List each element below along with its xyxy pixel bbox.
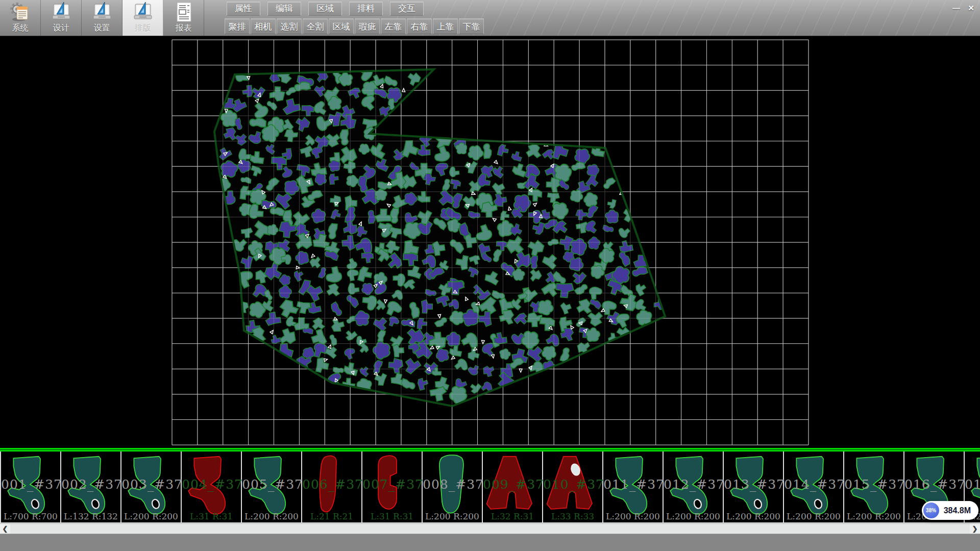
- menu-tab-region[interactable]: 区域: [308, 2, 342, 16]
- part-thumbnail[interactable]: 010_#37L:33 R:33: [543, 452, 603, 522]
- toolbar-button-report[interactable]: 报表: [163, 0, 204, 36]
- part-thumbnail[interactable]: 012_#37L:200 R:200: [664, 452, 724, 522]
- toolbar-button-settings[interactable]: 设置: [82, 0, 122, 36]
- toolbar-button-system[interactable]: 系统: [0, 0, 41, 36]
- part-id-label: 009_#37: [483, 477, 542, 492]
- gear-icon: [9, 1, 32, 23]
- scroll-right-arrow-icon[interactable]: ❯: [970, 524, 980, 534]
- tool-button-align-right[interactable]: 右靠: [407, 18, 432, 34]
- main-toolbar-buttons: 系统设计设置排版报表: [0, 0, 204, 36]
- part-id-label: 013_#37: [724, 477, 783, 492]
- tool-button-align-top[interactable]: 上靠: [433, 18, 458, 34]
- part-lr-count: L:700 R:700: [1, 511, 60, 521]
- tool-button-select-cut[interactable]: 选割: [277, 18, 302, 34]
- toolbar-button-label: 排版: [135, 23, 151, 33]
- part-id-label: 010_#37: [543, 477, 602, 492]
- tool-button-cluster-nest[interactable]: 聚排: [225, 18, 250, 34]
- tool-button-full-cut[interactable]: 全割: [303, 18, 328, 34]
- part-thumbnail[interactable]: 011_#37L:200 R:200: [603, 452, 664, 522]
- menu-tab-row: 属性编辑区域排料交互: [227, 2, 431, 16]
- memory-value: 384.8M: [944, 506, 971, 515]
- canvas-svg: [0, 36, 980, 448]
- part-lr-count: L:200 R:200: [242, 511, 301, 521]
- tool-button-defect[interactable]: 瑕疵: [355, 18, 380, 34]
- part-lr-count: L:132 R:132: [61, 511, 120, 521]
- part-lr-count: L:200 R:200: [603, 511, 663, 521]
- part-id-label: 014_#37: [784, 477, 843, 492]
- tool-button-align-left[interactable]: 左靠: [381, 18, 406, 34]
- nesting-canvas[interactable]: [0, 36, 980, 448]
- part-id-label: 017_#37: [965, 477, 980, 492]
- progress-circle: 38%: [923, 503, 939, 518]
- report-icon: [173, 1, 195, 23]
- scrollbar-track[interactable]: [10, 524, 970, 534]
- part-thumbnail[interactable]: 015_#37L:200 R:200: [844, 452, 904, 522]
- scroll-left-arrow-icon[interactable]: ❮: [0, 524, 10, 534]
- part-id-label: 004_#37: [182, 477, 241, 492]
- filmstrip-top-border: [0, 448, 980, 452]
- part-thumbnail[interactable]: 002_#37L:132 R:132: [61, 452, 121, 522]
- part-thumbnail[interactable]: 004_#37L:31 R:31: [182, 452, 242, 522]
- part-lr-count: L:31 R:31: [182, 511, 241, 521]
- tool-button-region[interactable]: 区域: [329, 18, 354, 34]
- part-id-label: 008_#37: [423, 477, 482, 492]
- part-id-label: 007_#37: [362, 477, 422, 492]
- design-ruler-icon: [91, 1, 113, 23]
- menu-tab-interact[interactable]: 交互: [390, 2, 424, 16]
- part-thumbnail[interactable]: 001_#37L:700 R:700: [1, 452, 61, 522]
- toolbar-button-design[interactable]: 设计: [41, 0, 82, 36]
- menu-tab-edit[interactable]: 编辑: [267, 2, 301, 16]
- part-id-label: 003_#37: [121, 477, 181, 492]
- toolbar-button-nesting[interactable]: 排版: [122, 0, 163, 36]
- part-lr-count: L:200 R:200: [844, 511, 903, 521]
- window-controls: — ✕: [948, 3, 978, 13]
- part-thumbnail[interactable]: 007_#37L:31 R:31: [362, 452, 423, 522]
- app-window: 系统设计设置排版报表 属性编辑区域排料交互 聚排相机选割全割区域瑕疵左靠右靠上靠…: [0, 0, 980, 551]
- tool-button-align-bottom[interactable]: 下靠: [459, 18, 484, 34]
- design-ruler-icon: [50, 1, 72, 23]
- part-lr-count: L:31 R:31: [362, 511, 422, 521]
- part-id-label: 005_#37: [242, 477, 301, 492]
- part-lr-count: L:200 R:200: [724, 511, 783, 521]
- part-thumbnail[interactable]: 008_#37L:200 R:200: [423, 452, 483, 522]
- horizontal-scrollbar[interactable]: ❮ ❯: [0, 523, 980, 534]
- bottom-strip: [0, 534, 980, 551]
- part-id-label: 011_#37: [603, 477, 663, 492]
- part-lr-count: L:32 R:31: [483, 511, 542, 521]
- design-ruler-icon: [132, 1, 154, 23]
- parts-list: 001_#37L:700 R:700002_#37L:132 R:132003_…: [0, 452, 980, 523]
- part-id-label: 001_#37: [1, 477, 60, 492]
- menu-tab-properties[interactable]: 属性: [227, 2, 260, 16]
- part-id-label: 006_#37: [302, 477, 361, 492]
- part-lr-count: L:200 R:200: [423, 511, 482, 521]
- part-lr-count: L:21 R:21: [302, 511, 361, 521]
- parts-filmstrip: 001_#37L:700 R:700002_#37L:132 R:132003_…: [0, 448, 980, 523]
- toolbar-button-label: 系统: [12, 23, 29, 33]
- part-thumbnail[interactable]: 005_#37L:200 R:200: [242, 452, 302, 522]
- menu-tab-material[interactable]: 排料: [349, 2, 383, 16]
- memory-status-pill: 38% 384.8M: [922, 501, 978, 520]
- part-lr-count: L:200 R:200: [121, 511, 181, 521]
- main-toolbar: 系统设计设置排版报表 属性编辑区域排料交互 聚排相机选割全割区域瑕疵左靠右靠上靠…: [0, 0, 980, 36]
- part-thumbnail[interactable]: 013_#37L:200 R:200: [724, 452, 784, 522]
- part-thumbnail[interactable]: 014_#37L:200 R:200: [784, 452, 844, 522]
- minimize-button[interactable]: —: [949, 3, 963, 13]
- part-id-label: 015_#37: [844, 477, 903, 492]
- part-lr-count: L:33 R:33: [543, 511, 602, 521]
- part-thumbnail[interactable]: 009_#37L:32 R:31: [483, 452, 543, 522]
- part-lr-count: L:200 R:200: [784, 511, 843, 521]
- part-id-label: 012_#37: [664, 477, 723, 492]
- close-button[interactable]: ✕: [964, 3, 978, 13]
- part-thumbnail[interactable]: 006_#37L:21 R:21: [302, 452, 362, 522]
- part-id-label: 002_#37: [61, 477, 120, 492]
- part-id-label: 016_#37: [904, 477, 964, 492]
- tool-button-row: 聚排相机选割全割区域瑕疵左靠右靠上靠下靠: [225, 18, 485, 34]
- toolbar-button-label: 设置: [94, 23, 110, 33]
- tool-button-camera[interactable]: 相机: [251, 18, 276, 34]
- part-thumbnail[interactable]: 003_#37L:200 R:200: [121, 452, 182, 522]
- toolbar-button-label: 报表: [176, 23, 192, 33]
- toolbar-button-label: 设计: [53, 23, 69, 33]
- part-lr-count: L:200 R:200: [664, 511, 723, 521]
